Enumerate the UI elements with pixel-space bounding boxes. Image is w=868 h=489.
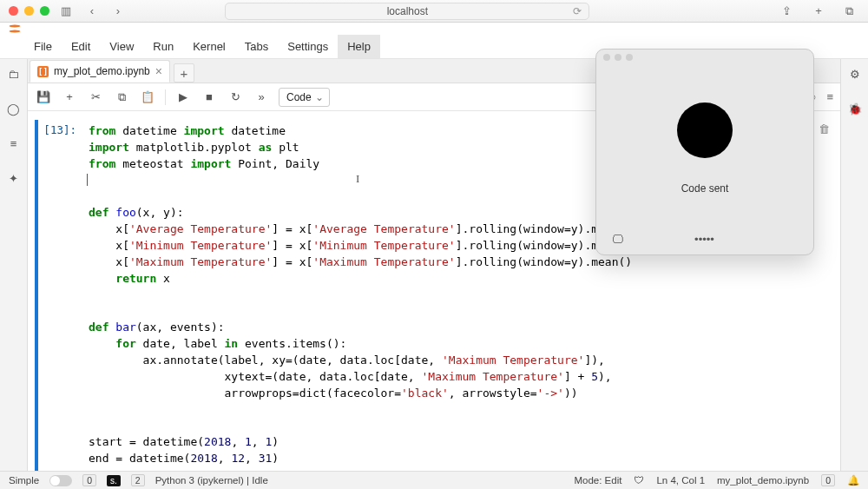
kernel-count[interactable]: 2 [131,474,145,486]
url-text: localhost [387,5,428,17]
url-bar[interactable]: localhost ⟳ [225,3,589,20]
display-icon[interactable]: 🖵 [612,233,623,246]
status-file-name: my_plot_demo.ipynb [717,475,809,486]
notebook-file-icon: [ ] [37,66,49,77]
cut-cell-button[interactable]: ✂ [87,89,104,106]
kernel-badge[interactable]: s. [107,475,121,486]
insert-cell-button[interactable]: + [61,89,78,106]
jupyter-logo-icon [7,24,23,33]
popup-footer-dots: ••••• [694,233,714,246]
status-left-count[interactable]: 0 [82,474,96,486]
browser-chrome: ▥ ‹ › localhost ⟳ ⇪ + ⧉ [0,0,868,23]
tabs-overview-icon[interactable]: ⧉ [840,3,859,19]
toolbar-menu-icon[interactable]: ≡ [826,90,833,103]
kernel-status-text[interactable]: Python 3 (ipykernel) | Idle [155,475,268,486]
status-bar: Simple 0 s. 2 Python 3 (ipykernel) | Idl… [0,471,868,489]
mode-indicator: Mode: Edit [574,475,621,486]
property-inspector-icon[interactable]: ⚙ [847,66,863,82]
nav-forward-button[interactable]: › [108,3,128,19]
share-icon[interactable]: ⇪ [778,3,797,19]
popup-titlebar[interactable] [596,50,813,65]
svg-point-0 [10,25,21,28]
menu-help[interactable]: Help [338,35,380,58]
trusted-shield-icon[interactable]: 🛡 [634,475,644,486]
popup-message: Code sent [681,182,729,195]
running-kernels-icon[interactable]: ◯ [6,101,22,116]
cell-type-select[interactable]: Code [279,88,330,107]
jupyter-logo-row [0,23,868,35]
menu-run[interactable]: Run [143,35,183,58]
sidebar-toggle-icon[interactable]: ▥ [56,3,76,19]
delete-cell-icon[interactable]: 🗑 [819,122,830,471]
menu-settings[interactable]: Settings [278,35,338,58]
nav-back-button[interactable]: ‹ [82,3,102,19]
toc-icon[interactable]: ≡ [6,135,22,151]
paste-cell-button[interactable]: 📋 [139,89,156,106]
simple-mode-label: Simple [9,475,39,486]
svg-point-1 [10,30,21,33]
activity-bar-right: ⚙ 🐞 [840,59,868,471]
notifications-icon[interactable]: 🔔 [847,474,859,486]
maximize-window-button[interactable] [40,6,49,16]
tab-close-button[interactable]: × [155,65,162,77]
menu-tabs[interactable]: Tabs [235,35,278,58]
record-indicator-icon [677,102,733,158]
window-controls [9,6,49,16]
menu-edit[interactable]: Edit [62,35,100,58]
file-browser-icon[interactable]: 🗀 [6,66,22,82]
text-cursor [87,174,88,186]
close-window-button[interactable] [9,6,18,16]
debugger-icon[interactable]: 🐞 [847,101,863,116]
interrupt-kernel-button[interactable]: ■ [201,89,218,106]
reload-icon[interactable]: ⟳ [573,5,582,17]
cursor-position: Ln 4, Col 1 [656,475,705,486]
minimize-window-button[interactable] [24,6,34,16]
menu-view[interactable]: View [100,35,143,58]
status-right-count[interactable]: 0 [821,474,835,486]
popup-dot-icon [615,54,621,61]
extensions-icon[interactable]: ✦ [6,170,22,186]
cell-type-label: Code [286,91,312,103]
run-cell-button[interactable]: ▶ [174,89,192,106]
popup-dot-icon [626,54,633,61]
new-tab-button[interactable]: + [174,63,194,83]
code-sent-popup: Code sent 🖵 ••••• [595,49,814,255]
notebook-tab[interactable]: [ ] my_plot_demo.ipynb × [30,60,170,83]
activity-bar-left: 🗀 ◯ ≡ ✦ [0,59,28,471]
menu-kernel[interactable]: Kernel [183,35,235,58]
save-button[interactable]: 💾 [35,89,52,106]
restart-kernel-button[interactable]: ↻ [227,89,244,106]
new-tab-icon[interactable]: + [809,3,828,19]
popup-dot-icon [603,54,610,61]
menu-file[interactable]: File [24,35,62,58]
copy-cell-button[interactable]: ⧉ [113,89,130,106]
execution-count: [13]: [38,120,85,471]
simple-mode-toggle[interactable] [49,475,72,486]
tab-title: my_plot_demo.ipynb [54,65,150,77]
restart-run-all-button[interactable]: » [253,89,270,106]
mouse-ibeam-cursor: I [356,171,359,188]
